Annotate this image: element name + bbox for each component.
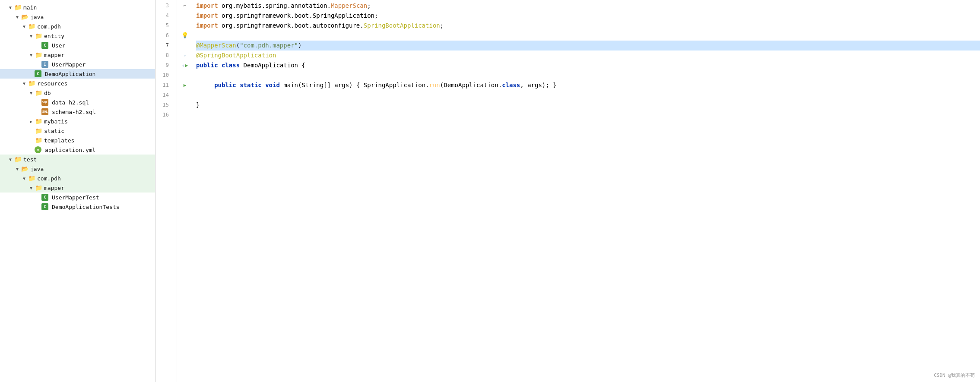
chevron-test: ▼	[7, 156, 14, 163]
tree-item-usermapper[interactable]: I UserMapper	[0, 60, 155, 69]
tree-label-java: java	[30, 14, 44, 20]
kw-public-9: public	[196, 60, 218, 70]
tree-label-db: db	[44, 90, 51, 96]
brace-open-9: {	[298, 60, 305, 70]
gutter-9: ↑ ▶	[177, 60, 193, 70]
semi-5: ;	[440, 21, 444, 30]
tree-label-templates: templates	[44, 137, 74, 144]
arr-11: [] args) {	[323, 80, 364, 90]
code-line-4: import org.springframework.boot. SpringA…	[196, 11, 980, 21]
folder-icon-test: 📁	[14, 155, 22, 163]
tree-label-usermappertest: UserMapperTest	[52, 194, 99, 201]
folder-icon-db: 📁	[35, 89, 42, 97]
line-num-11: 11	[155, 80, 171, 90]
dot-11: .	[425, 80, 429, 90]
cls-4: SpringApplication	[313, 11, 374, 20]
line-num-5: 5	[155, 21, 171, 31]
tree-item-entity[interactable]: ▼ 📁 entity	[0, 31, 155, 41]
folder-icon-mapper-test: 📁	[35, 184, 42, 192]
tree-item-user[interactable]: C User	[0, 41, 155, 50]
chevron-resources: ▼	[21, 80, 28, 87]
indent-11	[196, 80, 214, 90]
tree-item-datah2sql[interactable]: SQL data-h2.sql	[0, 98, 155, 107]
run-icon-11[interactable]: ▶	[184, 82, 187, 89]
gutter-3: ⌐	[177, 1, 193, 11]
line-num-16: 16	[155, 110, 171, 120]
line-num-6: 6	[155, 31, 171, 41]
str-7: "com.pdh.mapper"	[240, 41, 298, 50]
end-11: , args); }	[520, 80, 556, 90]
code-line-15: }	[196, 100, 980, 110]
line-num-15: 15	[155, 100, 171, 110]
bulb-icon[interactable]: 💡	[181, 31, 188, 40]
tree-label-usermapper: UserMapper	[52, 61, 86, 68]
method-run-11: run	[429, 80, 440, 90]
ann-springboot: @SpringBootApplication	[196, 51, 276, 60]
tree-label-test: test	[23, 156, 37, 163]
tree-item-applicationyml[interactable]: ✿ application.yml	[0, 145, 155, 155]
tree-label-main: main	[23, 4, 37, 11]
code-area[interactable]: 3 4 5 6 7 8 9 10 11 14 15 16 ⌐ 💡	[155, 0, 980, 382]
semi-4: ;	[374, 11, 378, 20]
folder-icon-compdh-test: 📁	[28, 174, 35, 182]
watermark: CSDN @我真的不苟	[934, 372, 975, 379]
gutter-4	[177, 11, 193, 21]
kw-static-11: static	[240, 80, 262, 90]
chevron-mapper: ▼	[28, 51, 35, 58]
tree-item-resources[interactable]: ▼ 📁 resources	[0, 79, 155, 88]
chevron-compdh: ▼	[21, 23, 28, 30]
tree-item-demoapplicationtests[interactable]: C DemoApplicationTests	[0, 202, 155, 212]
file-tree-panel: ▼ 📁 main ▼ 📂 java ▼ 📁 com.pdh ▼ 📁 entity…	[0, 0, 155, 382]
chevron-main: ▼	[7, 4, 14, 11]
folder-icon-static: 📁	[35, 127, 42, 135]
code-line-11: public static void main( String [] args)…	[196, 80, 980, 90]
tree-item-compdh-test[interactable]: ▼ 📁 com.pdh	[0, 174, 155, 183]
cls-demoapplication-9: DemoApplication	[244, 60, 298, 70]
code-lines: import org.mybatis.spring.annotation. Ma…	[193, 0, 980, 382]
line-num-3: 3	[155, 1, 171, 11]
tree-item-db[interactable]: ▼ 📁 db	[0, 88, 155, 98]
tree-item-static[interactable]: 📁 static	[0, 126, 155, 136]
chevron-java: ▼	[14, 13, 21, 20]
run-icon-9[interactable]: ▶	[185, 62, 188, 69]
kw-class-11: class	[502, 80, 520, 90]
tree-item-templates[interactable]: 📁 templates	[0, 136, 155, 145]
class-icon-demoapplicationtests: C	[41, 203, 48, 210]
tree-label-entity: entity	[44, 33, 64, 39]
code-line-14	[196, 90, 980, 100]
override-icon-9: ↑	[182, 62, 184, 69]
semi-3: ;	[367, 1, 371, 10]
yml-icon: ✿	[35, 146, 41, 153]
cls-springapp-11: SpringApplication	[364, 80, 425, 90]
code-line-7: @MapperScan ( "com.pdh.mapper" )	[196, 41, 980, 51]
tree-item-mapper[interactable]: ▼ 📁 mapper	[0, 50, 155, 60]
tree-label-mybatis: mybatis	[44, 118, 68, 125]
cls-3: MapperScan	[331, 1, 367, 10]
chevron-entity: ▼	[28, 32, 35, 39]
gutter-7	[177, 41, 193, 51]
tree-label-mapper-test: mapper	[44, 185, 64, 191]
editor-panel: 3 4 5 6 7 8 9 10 11 14 15 16 ⌐ 💡	[155, 0, 980, 382]
cls-demoapplication-11: DemoApplication	[444, 80, 498, 90]
folder-icon-mapper: 📁	[35, 51, 42, 59]
line-num-4: 4	[155, 11, 171, 21]
kw-import-5: import	[196, 21, 218, 30]
tree-item-mapper-test[interactable]: ▼ 📁 mapper	[0, 183, 155, 193]
kw-void-11: void	[265, 80, 280, 90]
sql-icon-schema: SQL	[41, 108, 48, 115]
tree-item-mybatis[interactable]: ▶ 📁 mybatis	[0, 117, 155, 126]
tree-item-java-test[interactable]: ▼ 📂 java	[0, 164, 155, 174]
class-icon-usermappertest: C	[41, 194, 48, 201]
tree-item-demoapplication[interactable]: C DemoApplication	[0, 69, 155, 79]
line-num-9: 9	[155, 60, 171, 70]
tree-label-java-test: java	[30, 166, 44, 172]
tree-item-test[interactable]: ▼ 📁 test	[0, 155, 155, 164]
gutter-6: 💡	[177, 31, 193, 41]
tree-item-main[interactable]: ▼ 📁 main	[0, 3, 155, 12]
class-icon-user: C	[41, 42, 48, 49]
tree-item-compdh[interactable]: ▼ 📁 com.pdh	[0, 22, 155, 31]
tree-item-usermappertest[interactable]: C UserMapperTest	[0, 193, 155, 202]
tree-label-compdh: com.pdh	[37, 23, 61, 30]
tree-item-schemah2sql[interactable]: SQL schema-h2.sql	[0, 107, 155, 117]
tree-item-java[interactable]: ▼ 📂 java	[0, 12, 155, 22]
